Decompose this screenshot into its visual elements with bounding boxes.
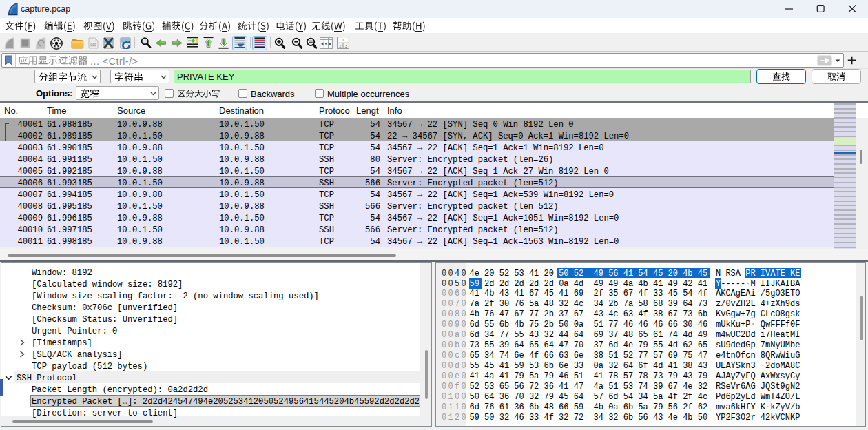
svg-text:1: 1 [342, 38, 344, 42]
svg-text:2: 2 [339, 44, 341, 48]
svg-text:3: 3 [345, 44, 347, 48]
svg-text:010: 010 [90, 43, 96, 47]
